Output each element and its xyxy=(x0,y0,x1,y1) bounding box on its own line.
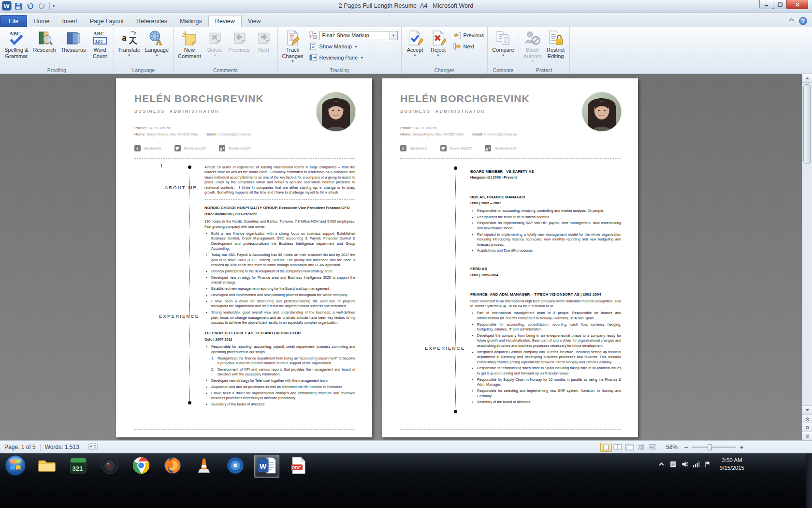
tray-chevron-icon[interactable] xyxy=(658,461,665,468)
tab-home[interactable]: Home xyxy=(27,15,56,27)
ribbon-group-compare: Compare▼Compare xyxy=(488,27,519,74)
twitter-icon xyxy=(440,145,447,151)
next-change-button[interactable]: Next xyxy=(452,41,486,52)
word-window: W ▾ 2 Pages Full Length Resume_A4 - Micr… xyxy=(0,0,812,508)
taskbar-explorer[interactable] xyxy=(34,455,59,478)
track-changes-button[interactable]: Track Changes▼ xyxy=(280,29,306,66)
social-googleplus: gDexterelvis27 xyxy=(485,145,516,151)
document-page-2[interactable]: HELÉN BORCHGREVINK BUSINESS ADMINISTRATO… xyxy=(382,78,638,437)
experience-label: EXPERIENCE xyxy=(425,345,465,351)
tray-volume-icon[interactable] xyxy=(681,461,688,468)
view-outline-button[interactable] xyxy=(635,443,647,452)
zoom-out-button[interactable]: − xyxy=(682,444,690,451)
accept-button[interactable]: Accept▼ xyxy=(404,29,427,66)
dropdown-arrow-icon: ▼ xyxy=(213,54,217,58)
display-for-review-value[interactable]: Final: Show Markup xyxy=(319,31,390,40)
zoom-slider[interactable] xyxy=(692,447,736,448)
scroll-down-button[interactable] xyxy=(802,405,812,414)
reject-button[interactable]: Reject▼ xyxy=(427,29,450,66)
combo-dropdown-arrow-icon[interactable]: ▼ xyxy=(390,31,398,40)
resume-paragraph: Almost 20 years of experience of leading… xyxy=(204,165,355,195)
view-fullscreen-reading-button[interactable] xyxy=(612,443,624,452)
email-value: h-borchg@online.no xyxy=(484,132,517,136)
language-button[interactable]: ALanguage▼ xyxy=(143,29,171,66)
taskbar-chrome[interactable] xyxy=(129,455,154,478)
svg-text:ABC: ABC xyxy=(93,31,104,36)
close-button[interactable] xyxy=(786,0,808,9)
page1-content: Almost 20 years of experience of leading… xyxy=(204,164,355,408)
minimize-button[interactable] xyxy=(759,0,773,9)
previous-page-button[interactable] xyxy=(802,414,812,423)
resume-bullet: Developed new strategy for Telehuset tog… xyxy=(204,378,355,383)
zoom-slider-thumb[interactable] xyxy=(708,444,712,450)
tray-gadget-icon[interactable] xyxy=(669,461,677,468)
next-comment-button: Next xyxy=(252,29,276,66)
view-print-layout-button[interactable] xyxy=(600,443,612,452)
restrict-editing-button[interactable]: Restrict Editing xyxy=(544,29,567,66)
taskbar-firefox[interactable] xyxy=(160,455,185,478)
view-web-layout-button[interactable] xyxy=(624,443,635,452)
tab-file[interactable]: File xyxy=(0,15,27,27)
tab-view[interactable]: View xyxy=(242,15,267,27)
tab-mailings[interactable]: Mailings xyxy=(174,15,208,27)
page-indicator[interactable]: Page: 1 of 5 xyxy=(0,444,40,450)
reviewing-pane-icon xyxy=(309,54,317,61)
resume-bullet: I have been a driver for structuring and… xyxy=(204,299,355,309)
previous-change-button[interactable]: Previous xyxy=(452,30,486,41)
research-button[interactable]: Research xyxy=(31,29,58,66)
svg-text:g: g xyxy=(220,147,222,151)
proofing-status-icon[interactable] xyxy=(84,443,102,451)
view-draft-button[interactable] xyxy=(647,443,658,452)
button-label: Word Count xyxy=(93,47,107,59)
document-page-1[interactable]: HELÉN BORCHGREVINK BUSINESS ADMINISTRATO… xyxy=(116,78,372,437)
resume-bullet: Secretary of the board of directors xyxy=(204,402,355,407)
spacer xyxy=(470,280,621,286)
ribbon-group-language: aTranslate▼ALanguage▼Language xyxy=(114,27,174,74)
tab-review[interactable]: Review xyxy=(208,15,242,27)
scrollbar-thumb[interactable] xyxy=(803,84,811,164)
spelling-grammar-button[interactable]: ABCSpelling & Grammar xyxy=(2,29,31,66)
word-count-button[interactable]: ABC123Word Count xyxy=(88,29,112,66)
minimize-ribbon-chevron-icon[interactable] xyxy=(787,16,796,25)
zoom-level[interactable]: 58% xyxy=(666,444,678,450)
reviewing-pane-button[interactable]: Reviewing Pane▼ xyxy=(308,52,399,63)
twitter-icon xyxy=(174,145,181,151)
resume-heading: FERD AS xyxy=(470,267,621,271)
select-browse-object-button[interactable] xyxy=(802,423,812,432)
clock[interactable]: 3:50 AM 9/15/2015 xyxy=(720,456,744,472)
compare-button[interactable]: Compare▼ xyxy=(490,29,516,66)
home-label: Home: xyxy=(134,132,145,136)
restrict-editing-icon xyxy=(548,30,564,46)
start-button[interactable] xyxy=(3,455,28,478)
tray-flag-icon[interactable] xyxy=(704,461,711,468)
show-desktop-button[interactable] xyxy=(806,453,812,508)
tray-network-icon[interactable] xyxy=(693,461,700,468)
resume-heading: FINANCE- AND ADM. MANAGER – TITECH VISIO… xyxy=(470,292,621,297)
tab-insert[interactable]: Insert xyxy=(56,15,84,27)
zoom-in-button[interactable]: + xyxy=(738,444,745,451)
translate-button[interactable]: aTranslate▼ xyxy=(116,29,143,66)
svg-text:f: f xyxy=(402,146,404,151)
taskbar-vlc[interactable] xyxy=(191,455,217,478)
taskbar-pdf-app[interactable]: PDF xyxy=(286,455,311,478)
show-markup-icon xyxy=(309,43,317,50)
new-comment-button[interactable]: New Comment xyxy=(175,29,203,66)
taskbar-lens-app[interactable] xyxy=(97,455,122,478)
next-page-button[interactable] xyxy=(802,432,812,440)
tab-references[interactable]: References xyxy=(130,15,174,27)
resume-bullet: Part of international management team of… xyxy=(470,311,621,321)
help-button[interactable]: ? xyxy=(799,17,807,25)
taskbar-calendar-app[interactable]: 321 xyxy=(66,455,91,478)
taskbar-blue-disc-app[interactable] xyxy=(223,455,248,478)
thesaurus-button[interactable]: Thesaurus xyxy=(58,29,88,66)
show-markup-button[interactable]: Show Markup▼ xyxy=(308,41,399,52)
button-label: New Comment xyxy=(178,47,201,59)
dropdown-arrow-icon: ▼ xyxy=(291,60,294,63)
word-count-indicator[interactable]: Words: 1,513 xyxy=(41,444,84,450)
taskbar-word[interactable]: W xyxy=(254,455,279,478)
scroll-up-button[interactable] xyxy=(802,74,812,83)
tab-page-layout[interactable]: Page Layout xyxy=(84,15,130,27)
maximize-button[interactable] xyxy=(773,0,787,9)
googleplus-icon: g xyxy=(485,145,491,151)
start-orb xyxy=(4,454,27,478)
